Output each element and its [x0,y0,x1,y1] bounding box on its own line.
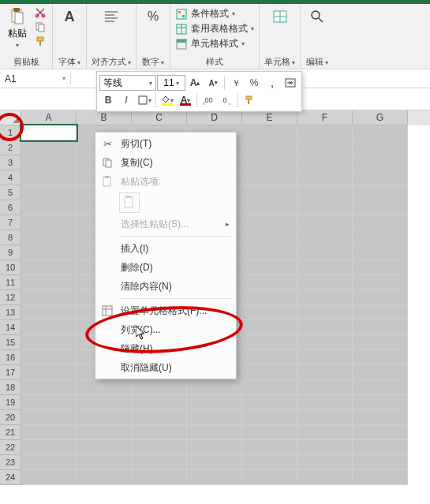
font-color-button[interactable]: A▾ [177,92,194,108]
cell[interactable] [297,365,353,380]
format-table-button[interactable]: 套用表格格式▾ [175,21,254,36]
alignment-label[interactable]: 对齐方式 [92,54,131,69]
row-header[interactable]: 6 [0,200,21,215]
cell[interactable] [297,185,353,200]
cell[interactable] [21,380,77,395]
cells-label[interactable]: 单元格 [264,54,295,69]
cell[interactable] [353,440,408,455]
column-header[interactable]: D [187,110,242,125]
cell[interactable] [242,395,297,410]
alignment-dropdown[interactable] [99,6,123,27]
percent-button[interactable]: % [245,75,263,91]
cell[interactable] [21,155,77,170]
cell[interactable] [353,395,408,410]
row-header[interactable]: 10 [0,260,21,275]
number-dropdown[interactable]: % [141,6,165,27]
ctx-copy[interactable]: 复制(C) [95,153,236,172]
cell[interactable] [21,140,77,155]
cell[interactable] [77,455,132,470]
cell[interactable] [297,425,353,440]
format-painter-button[interactable] [33,35,47,47]
cell[interactable] [242,305,297,320]
cell[interactable] [242,425,297,440]
ctx-unhide[interactable]: 取消隐藏(U) [95,358,236,377]
cell[interactable] [242,170,297,185]
cell[interactable] [297,125,353,140]
cell[interactable] [353,380,408,395]
cell[interactable] [21,290,77,305]
cell[interactable] [353,185,408,200]
row-header[interactable]: 21 [0,425,21,440]
cell[interactable] [21,245,77,260]
cell[interactable] [21,200,77,215]
ctx-delete[interactable]: 删除(D) [95,258,236,277]
row-header[interactable]: 15 [0,335,21,350]
cell[interactable] [353,170,408,185]
cell[interactable] [353,230,408,245]
cell[interactable] [353,215,408,230]
cell[interactable] [21,455,77,470]
row-header[interactable]: 4 [0,170,21,185]
row-header[interactable]: 1 [0,125,21,140]
row-header[interactable]: 7 [0,215,21,230]
column-header[interactable]: G [353,110,408,125]
decrease-decimal-button[interactable]: .00 [200,92,217,108]
cell[interactable] [187,440,242,455]
row-header[interactable]: 14 [0,320,21,335]
cell[interactable] [77,395,132,410]
ctx-cut[interactable]: ✂ 剪切(T) [95,134,236,153]
cell[interactable] [353,155,408,170]
editing-label[interactable]: 编辑 [306,54,328,69]
cell[interactable] [242,440,297,455]
row-header[interactable]: 2 [0,140,21,155]
cell[interactable] [353,290,408,305]
cell[interactable] [297,350,353,365]
mini-font-select[interactable]: 等线▾ [99,75,156,91]
cell[interactable] [297,380,353,395]
cell[interactable] [21,335,77,350]
format-painter-mini-button[interactable] [241,92,258,108]
cell[interactable] [297,335,353,350]
cell[interactable] [242,275,297,290]
column-header[interactable]: E [242,110,297,125]
paste-button[interactable]: 粘贴 ▾ [5,6,30,50]
cell[interactable] [297,440,353,455]
cell[interactable] [297,170,353,185]
mini-size-select[interactable]: 11▾ [157,75,185,91]
row-header[interactable]: 13 [0,305,21,320]
cell[interactable] [297,470,353,485]
cell[interactable] [353,335,408,350]
cell[interactable] [242,200,297,215]
cell[interactable] [297,200,353,215]
cell-styles-button[interactable]: 单元格样式▾ [175,36,245,51]
cell[interactable] [21,215,77,230]
column-header[interactable]: A [21,110,77,125]
ctx-format-cells[interactable]: 设置单元格格式(F)... [95,301,236,320]
cell[interactable] [21,305,77,320]
cell[interactable] [77,470,132,485]
cell[interactable] [132,395,187,410]
cell[interactable] [21,230,77,245]
row-header[interactable]: 17 [0,365,21,380]
decrease-font-button[interactable]: A▾ [204,75,222,91]
cell[interactable] [297,245,353,260]
cell[interactable] [242,155,297,170]
number-label[interactable]: 数字 [142,54,164,69]
cell[interactable] [21,320,77,335]
row-header[interactable]: 16 [0,350,21,365]
cell[interactable] [187,470,242,485]
cell[interactable] [353,260,408,275]
column-header[interactable]: C [132,110,187,125]
cell[interactable] [21,410,77,425]
cell[interactable] [21,470,77,485]
cell[interactable] [353,320,408,335]
cells-dropdown[interactable] [268,6,292,27]
cell[interactable] [21,395,77,410]
row-header[interactable]: 24 [0,470,21,485]
ctx-hide[interactable]: 隐藏(H) [95,339,236,358]
cell[interactable] [21,125,77,140]
cell[interactable] [21,350,77,365]
cell[interactable] [187,410,242,425]
row-header[interactable]: 8 [0,230,21,245]
row-header[interactable]: 11 [0,275,21,290]
